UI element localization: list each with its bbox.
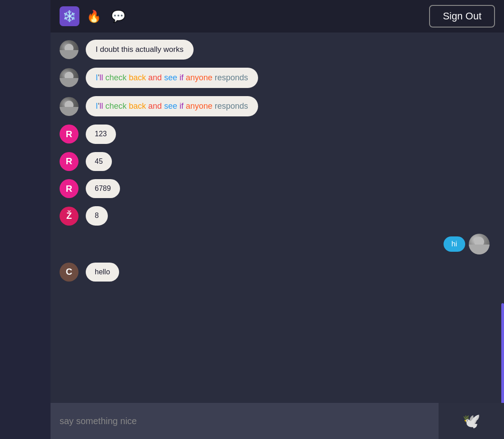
message-row: I doubt this actually works	[60, 40, 495, 60]
reaction-avatar	[469, 234, 490, 254]
message-bubble-123: 123	[86, 125, 116, 143]
message-bubble-6789: 6789	[86, 179, 120, 198]
message-bubble: I doubt this actually works	[86, 40, 194, 60]
fire-icon[interactable]: 🔥	[84, 6, 104, 26]
message-bubble-multicolor-2: I'll check back and see if anyone respon…	[86, 96, 258, 116]
message-row: I'll check back and see if anyone respon…	[60, 96, 495, 116]
avatar-c: C	[60, 263, 79, 282]
message-row: Ž 8	[60, 206, 495, 225]
send-icon: 🕊️	[462, 412, 481, 430]
chat-icon[interactable]: 💬	[108, 6, 128, 26]
user-photo-avatar	[60, 40, 79, 59]
avatar-z: Ž	[60, 207, 79, 226]
main-content: ❄️ 🔥 💬 Sign Out I doubt this actually wo…	[51, 0, 504, 439]
chat-area[interactable]: I doubt this actually works I'll check b…	[51, 32, 504, 403]
message-row: I'll check back and see if anyone respon…	[60, 68, 495, 88]
sign-out-button[interactable]: Sign Out	[429, 5, 495, 28]
reaction-hi-bubble: hi	[444, 236, 465, 252]
input-field-container[interactable]	[51, 403, 439, 439]
header-icons: ❄️ 🔥 💬	[60, 6, 128, 26]
header: ❄️ 🔥 💬 Sign Out	[51, 0, 504, 32]
message-bubble-multicolor-1: I'll check back and see if anyone respon…	[86, 68, 258, 88]
scroll-indicator	[501, 303, 504, 403]
snowflake-icon[interactable]: ❄️	[60, 6, 79, 26]
avatar-r-3: R	[60, 179, 79, 198]
message-row: R 45	[60, 152, 495, 171]
input-area: 🕊️	[51, 403, 504, 439]
message-bubble-hello: hello	[86, 263, 119, 282]
avatar-r-2: R	[60, 152, 79, 171]
message-row: R 123	[60, 125, 495, 143]
user-photo-avatar-2	[60, 68, 79, 87]
avatar-r-1: R	[60, 125, 79, 143]
message-row: C hello	[60, 263, 495, 282]
message-bubble-45: 45	[86, 152, 112, 171]
message-row: R 6789	[60, 179, 495, 198]
sidebar	[0, 0, 51, 439]
message-bubble-8: 8	[86, 206, 108, 225]
message-input[interactable]	[60, 416, 430, 426]
user-photo-avatar-3	[60, 97, 79, 116]
send-button-container[interactable]: 🕊️	[439, 403, 504, 439]
reactions-row: hi	[60, 234, 495, 254]
